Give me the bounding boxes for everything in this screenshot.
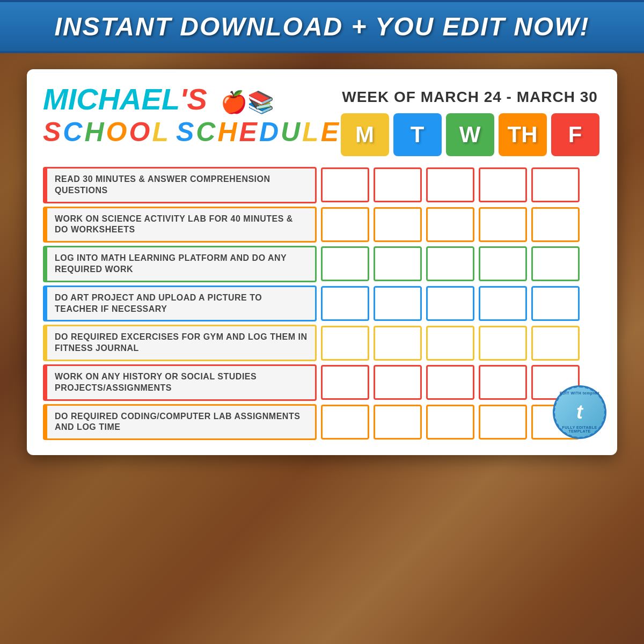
letter-h2: H [217,116,237,148]
task-label-gym: DO REQUIRED EXCERCISES FOR GYM AND LOG T… [43,325,317,361]
checkboxes-gym [321,325,580,361]
checkboxes-math [321,246,580,282]
checkboxes-science [321,207,580,243]
header-row: MICHAEL'S 🍎📚 S C H O O L S C H E D U L E [43,84,601,156]
checkbox-art-tue[interactable] [374,286,422,321]
letter-s: S [43,116,61,148]
day-friday: F [551,113,599,156]
checkbox-history-thu[interactable] [479,365,527,400]
letter-e2: E [321,116,339,148]
letter-s2: S [176,116,194,148]
banner-text: INSTANT DOWNLOAD + YOU EDIT NOW! [55,12,590,41]
checkboxes-read [321,167,580,203]
table-row: DO REQUIRED CODING/COMPUTER LAB ASSIGNME… [43,404,601,441]
checkbox-history-wed[interactable] [426,365,474,400]
templett-badge: EDIT WITH templett t FULLY EDITABLE TEMP… [553,385,606,439]
checkbox-coding-mon[interactable] [321,405,369,440]
checkbox-science-tue[interactable] [374,207,422,242]
checkbox-art-mon[interactable] [321,286,369,321]
checkbox-gym-tue[interactable] [374,326,422,361]
checkboxes-history [321,364,580,401]
checkbox-science-wed[interactable] [426,207,474,242]
checkbox-gym-mon[interactable] [321,326,369,361]
table-row: WORK ON SCIENCE ACTIVITY LAB FOR 40 MINU… [43,207,601,243]
checkbox-gym-wed[interactable] [426,326,474,361]
letter-c: C [63,116,82,148]
letter-e: E [239,116,257,148]
letter-d: D [259,116,279,148]
checkbox-art-thu[interactable] [479,286,527,321]
letter-h: H [84,116,104,148]
checkboxes-coding [321,404,580,441]
task-label-coding: DO REQUIRED CODING/COMPUTER LAB ASSIGNME… [43,404,317,441]
letter-u: U [281,116,300,148]
checkboxes-art [321,286,580,322]
day-tuesday: T [393,113,442,156]
checkbox-read-wed[interactable] [426,167,474,202]
task-label-math: LOG INTO MATH LEARNING PLATFORM AND DO A… [43,246,317,282]
student-name: MICHAEL'S 🍎📚 [43,84,339,114]
table-row: DO REQUIRED EXCERCISES FOR GYM AND LOG T… [43,325,601,361]
name-michael: MICHAEL [43,82,180,116]
task-label-science: WORK ON SCIENCE ACTIVITY LAB FOR 40 MINU… [43,207,317,243]
checkbox-read-tue[interactable] [374,167,422,202]
checkbox-science-thu[interactable] [479,207,527,242]
table-row: DO ART PROJECT AND UPLOAD A PICTURE TO T… [43,286,601,322]
checkbox-read-fri[interactable] [531,167,580,202]
checkbox-math-thu[interactable] [479,246,527,281]
checkbox-art-fri[interactable] [531,286,580,321]
week-section: WEEK OF MARCH 24 - MARCH 30 M T W TH F [339,84,601,156]
letter-o2: O [129,116,150,148]
letter-l: L [152,116,169,148]
checkbox-history-tue[interactable] [374,365,422,400]
letter-c2: C [196,116,215,148]
main-card: MICHAEL'S 🍎📚 S C H O O L S C H E D U L E [27,69,617,455]
templett-bottom-text: FULLY EDITABLE TEMPLATE [555,426,604,433]
table-row: READ 30 MINUTES & ANSWER COMPREHENSION Q… [43,167,601,203]
task-label-history: WORK ON ANY HISTORY OR SOCIAL STUDIES PR… [43,364,317,401]
checkbox-math-fri[interactable] [531,246,580,281]
table-row: WORK ON ANY HISTORY OR SOCIAL STUDIES PR… [43,364,601,401]
task-label-read: READ 30 MINUTES & ANSWER COMPREHENSION Q… [43,167,317,203]
checkbox-art-wed[interactable] [426,286,474,321]
checkbox-gym-thu[interactable] [479,326,527,361]
day-wednesday: W [446,113,494,156]
checkbox-gym-fri[interactable] [531,326,580,361]
checkbox-math-mon[interactable] [321,246,369,281]
checkbox-read-thu[interactable] [479,167,527,202]
title-section: MICHAEL'S 🍎📚 S C H O O L S C H E D U L E [43,84,339,148]
schedule-title: S C H O O L S C H E D U L E [43,116,339,148]
checkbox-read-mon[interactable] [321,167,369,202]
checkbox-math-tue[interactable] [374,246,422,281]
table-row: LOG INTO MATH LEARNING PLATFORM AND DO A… [43,246,601,282]
day-monday: M [341,113,389,156]
books-icon: 🍎📚 [221,90,274,114]
checkbox-science-mon[interactable] [321,207,369,242]
day-thursday: TH [499,113,547,156]
letter-o1: O [106,116,127,148]
day-headers: M T W TH F [339,113,601,156]
task-label-art: DO ART PROJECT AND UPLOAD A PICTURE TO T… [43,286,317,322]
schedule-rows: READ 30 MINUTES & ANSWER COMPREHENSION Q… [43,167,601,440]
week-title: WEEK OF MARCH 24 - MARCH 30 [339,89,601,106]
name-apostrophe: 'S [180,82,207,116]
templett-top-text: EDIT WITH templett [555,391,604,395]
letter-l2: L [302,116,319,148]
checkbox-coding-wed[interactable] [426,405,474,440]
checkbox-science-fri[interactable] [531,207,580,242]
checkbox-coding-thu[interactable] [479,405,527,440]
checkbox-coding-tue[interactable] [374,405,422,440]
checkbox-math-wed[interactable] [426,246,474,281]
banner: INSTANT DOWNLOAD + YOU EDIT NOW! [0,0,644,53]
checkbox-history-mon[interactable] [321,365,369,400]
